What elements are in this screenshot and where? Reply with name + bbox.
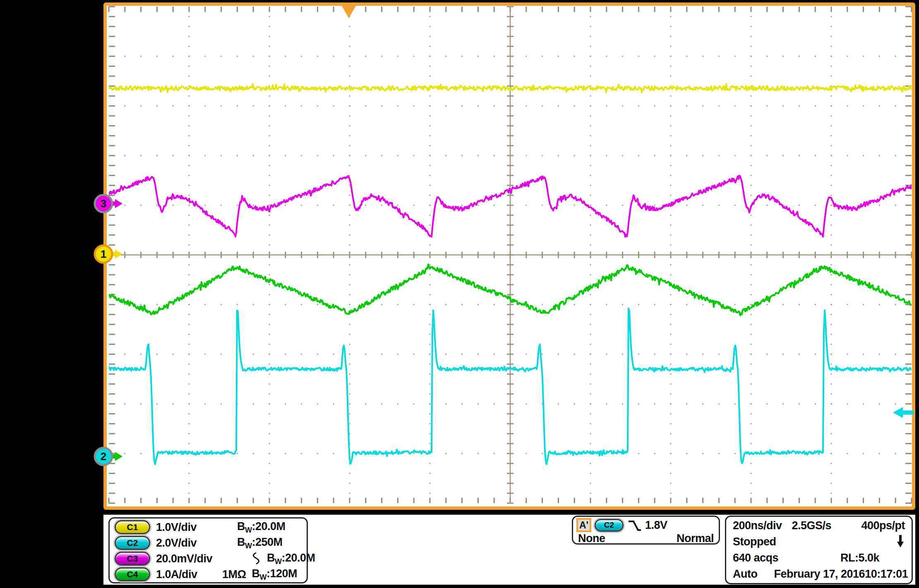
trigger-panel[interactable]: A' C2 1.8V None Normal <box>572 516 720 545</box>
acquisition-state-row: Stopped <box>726 534 912 550</box>
c3-coupling <box>218 552 261 566</box>
ac-coupling-icon <box>250 552 261 566</box>
trigger-mode-auto-label: Auto <box>733 568 757 581</box>
temperature-arrow-icon <box>896 534 905 550</box>
trigger-holdoff-label: None <box>578 532 605 545</box>
trigger-mode-row: None Normal <box>573 533 719 544</box>
c3-scale-label: 20.0mV/div <box>156 552 212 565</box>
record-length-label: RL:5.0k <box>840 552 905 564</box>
channel-c3-button[interactable]: C3 <box>115 552 150 566</box>
c2-bandwidth-label: BW:250M <box>237 536 302 550</box>
channel-settings-panel[interactable]: C1 1.0V/div BW:20.0M C2 2.0V/div BW:250M… <box>108 517 308 583</box>
trigger-mode-label: Normal <box>677 532 714 545</box>
trigger-source-button[interactable]: C2 <box>595 519 624 532</box>
c2-scale-label: 2.0V/div <box>156 537 197 550</box>
channel-row-c2: C2 2.0V/div BW:250M <box>110 535 307 551</box>
channel-c1-button[interactable]: C1 <box>115 520 150 534</box>
trigger-level-label: 1.8V <box>645 519 667 532</box>
channel-row-c3: C3 20.0mV/div BW:20.0M <box>110 551 307 566</box>
resolution-label: 400ps/pt <box>861 519 905 532</box>
c4-bandwidth-label: BW:120M <box>252 567 317 582</box>
oscilloscope-app: C1 1.0V/div BW:20.0M C2 2.0V/div BW:250M… <box>0 0 919 588</box>
timebase-row: 200ns/div 2.5GS/s 400ps/pt <box>726 518 912 534</box>
date-label: February 17, 2016 <box>774 568 865 581</box>
c3-bandwidth-label: BW:20.0M <box>267 552 331 566</box>
c1-scale-label: 1.0V/div <box>156 521 197 534</box>
readout-bar: C1 1.0V/div BW:20.0M C2 2.0V/div BW:250M… <box>103 513 915 585</box>
channel-row-c1: C1 1.0V/div BW:20.0M <box>110 519 307 535</box>
timebase-label: 200ns/div <box>733 519 782 532</box>
sample-rate-label: 2.5GS/s <box>792 519 832 532</box>
c4-impedance-label: 1MΩ <box>203 568 246 581</box>
time-label: 10:17:01 <box>865 568 908 581</box>
acqs-count-label: 640 acqs <box>733 552 778 564</box>
c1-bandwidth-label: BW:20.0M <box>237 520 302 535</box>
datetime-row: Auto February 17, 2016 10:17:01 <box>726 566 912 582</box>
channel-c2-button[interactable]: C2 <box>115 536 150 550</box>
horizontal-acquisition-panel[interactable]: 200ns/div 2.5GS/s 400ps/pt Stopped 640 a… <box>725 516 913 584</box>
c4-scale-label: 1.0A/div <box>156 568 197 581</box>
trigger-source-row: A' C2 1.8V <box>573 517 719 533</box>
falling-edge-icon <box>627 518 642 532</box>
trigger-a-button[interactable]: A' <box>576 518 591 532</box>
scope-display <box>103 2 915 510</box>
acquisition-state-label: Stopped <box>733 535 776 548</box>
acqs-row: 640 acqs RL:5.0k <box>726 550 912 566</box>
channel-row-c4: C4 1.0A/div 1MΩ BW:120M <box>110 566 307 582</box>
channel-c4-button[interactable]: C4 <box>115 567 150 581</box>
